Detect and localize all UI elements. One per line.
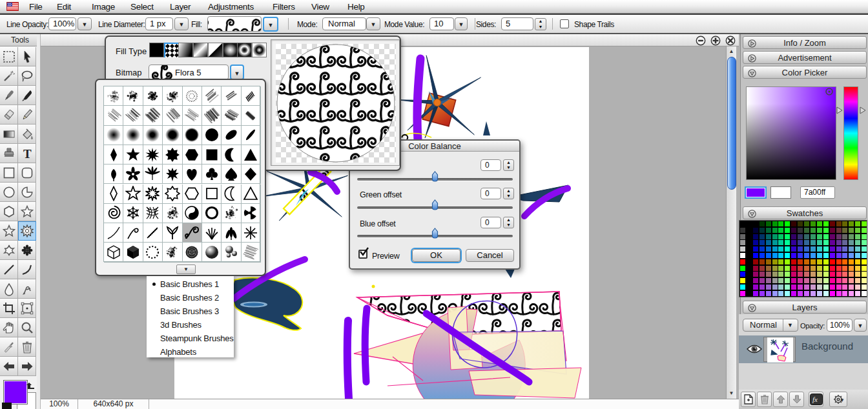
svg-text:fx: fx [812,395,818,403]
svg-text:T: T [23,147,32,161]
